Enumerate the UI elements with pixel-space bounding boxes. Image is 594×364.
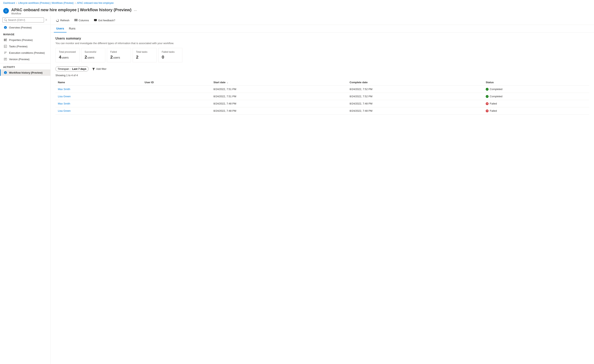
page-header: i APAC onboard new hire employee | Workf… bbox=[0, 6, 594, 16]
user-name-link[interactable]: Max Smith bbox=[58, 102, 70, 105]
cell-user-id bbox=[142, 93, 211, 100]
user-name-link[interactable]: Lisa Green bbox=[58, 109, 71, 112]
add-filter-label: Add filter bbox=[96, 67, 107, 70]
version-icon bbox=[4, 58, 7, 61]
main-content-area: Refresh Columns Got feedback? Users Runs bbox=[51, 16, 594, 364]
sidebar-item-execution[interactable]: Execution conditions (Preview) bbox=[0, 50, 50, 56]
card-failed-value: 2users bbox=[110, 55, 128, 60]
card-total-processed: Total processed 4users bbox=[55, 48, 80, 62]
cell-status: Failed bbox=[483, 107, 589, 115]
header-more-button[interactable]: ··· bbox=[134, 8, 137, 13]
columns-label: Columns bbox=[79, 19, 89, 22]
section-description: You can monitor and investigate the diff… bbox=[55, 42, 589, 45]
refresh-icon bbox=[56, 19, 59, 22]
feedback-button[interactable]: Got feedback? bbox=[92, 17, 117, 23]
sidebar-item-workflow-history[interactable]: Workflow history (Preview) bbox=[0, 69, 50, 76]
completed-icon bbox=[486, 95, 489, 98]
columns-button[interactable]: Columns bbox=[72, 17, 91, 23]
tab-runs[interactable]: Runs bbox=[67, 25, 78, 32]
breadcrumb: Dashboard › Lifecycle workflows (Preview… bbox=[0, 0, 594, 6]
filter-icon bbox=[92, 68, 95, 70]
sidebar-item-properties-label: Properties (Preview) bbox=[9, 39, 33, 41]
feedback-icon bbox=[94, 19, 97, 22]
cell-complete-date: 8/24/2022, 7:52 PM bbox=[347, 86, 483, 93]
execution-icon bbox=[4, 51, 7, 54]
refresh-button[interactable]: Refresh bbox=[54, 17, 72, 23]
card-failed-tasks: Failed tasks 0 bbox=[158, 48, 182, 62]
info-icon bbox=[4, 26, 7, 29]
tabs: Users Runs bbox=[51, 25, 594, 32]
card-failed-tasks-title: Failed tasks bbox=[162, 51, 179, 53]
timespan-filter-button[interactable]: Timespan : Last 7 days bbox=[55, 66, 88, 72]
sidebar: Overview (Preview) Manage Properties (Pr… bbox=[0, 16, 51, 364]
sidebar-item-properties[interactable]: Properties (Preview) bbox=[0, 37, 50, 43]
completed-icon bbox=[486, 88, 489, 91]
breadcrumb-lifecycle[interactable]: Lifecycle workflows (Preview) | Workflow… bbox=[18, 2, 74, 4]
svg-rect-1 bbox=[4, 39, 5, 41]
cell-complete-date: 8/24/2022, 7:52 PM bbox=[347, 93, 483, 100]
user-name-link[interactable]: Lisa Green bbox=[58, 95, 71, 98]
cell-user-id bbox=[142, 107, 211, 115]
cell-name: Max Smith bbox=[55, 86, 142, 93]
properties-icon bbox=[4, 38, 7, 41]
sidebar-item-overview[interactable]: Overview (Preview) bbox=[0, 24, 50, 31]
cell-name: Lisa Green bbox=[55, 107, 142, 115]
sidebar-item-tasks-label: Tasks (Preview) bbox=[9, 45, 27, 48]
timespan-value: Last 7 days bbox=[72, 67, 86, 70]
card-successful-value: 2users bbox=[85, 55, 102, 60]
columns-icon bbox=[74, 19, 78, 22]
feedback-label: Got feedback? bbox=[98, 19, 115, 22]
search-icon bbox=[4, 19, 7, 21]
svg-rect-5 bbox=[6, 41, 7, 41]
breadcrumb-sep-2: › bbox=[75, 2, 75, 4]
collapse-sidebar-button[interactable] bbox=[45, 18, 48, 22]
status-label: Completed bbox=[490, 88, 502, 91]
user-name-link[interactable]: Max Smith bbox=[58, 88, 70, 91]
svg-rect-4 bbox=[6, 40, 7, 40]
card-total-processed-title: Total processed bbox=[59, 51, 76, 53]
sidebar-item-version-label: Version (Preview) bbox=[9, 58, 29, 61]
sidebar-item-execution-label: Execution conditions (Preview) bbox=[9, 51, 45, 54]
cell-start-date: 8/24/2022, 7:51 PM bbox=[211, 93, 347, 100]
status-label: Failed bbox=[490, 102, 497, 105]
col-status[interactable]: Status bbox=[483, 79, 589, 86]
svg-rect-2 bbox=[5, 39, 6, 41]
card-failed-title: Failed bbox=[110, 51, 128, 53]
sidebar-item-history-label: Workflow history (Preview) bbox=[9, 71, 43, 74]
table-row: Lisa Green8/24/2022, 7:51 PM8/24/2022, 7… bbox=[55, 93, 589, 100]
filters-row: Timespan : Last 7 days Add filter bbox=[55, 66, 589, 72]
cell-complete-date: 8/24/2022, 7:48 PM bbox=[347, 100, 483, 107]
col-complete-date[interactable]: Complete date bbox=[347, 79, 483, 86]
card-failed-tasks-value: 0 bbox=[162, 55, 179, 60]
activity-section-title: Activity bbox=[0, 63, 50, 69]
toolbar: Refresh Columns Got feedback? bbox=[51, 16, 594, 25]
tasks-icon bbox=[4, 45, 7, 48]
table-row: Lisa Green8/24/2022, 7:48 PM8/24/2022, 7… bbox=[55, 107, 589, 115]
svg-rect-3 bbox=[6, 39, 7, 39]
card-successful: Successful 2users bbox=[81, 48, 105, 62]
col-user-id[interactable]: User ID bbox=[142, 79, 211, 86]
sidebar-item-version[interactable]: Version (Preview) bbox=[0, 56, 50, 62]
manage-section-title: Manage bbox=[0, 31, 50, 37]
refresh-label: Refresh bbox=[60, 19, 69, 22]
col-start-date[interactable]: Start date ↓ bbox=[211, 79, 347, 86]
cell-user-id bbox=[142, 100, 211, 107]
card-failed: Failed 2users bbox=[107, 48, 131, 62]
breadcrumb-apac[interactable]: APAC onboard new hire employee bbox=[77, 2, 114, 4]
table-row: Max Smith8/24/2022, 7:48 PM8/24/2022, 7:… bbox=[55, 100, 589, 107]
search-input[interactable] bbox=[8, 19, 42, 21]
header-icon: i bbox=[3, 8, 9, 14]
card-total-tasks-value: 2 bbox=[136, 55, 153, 60]
card-total-tasks: Total tasks 2 bbox=[133, 48, 157, 62]
cell-complete-date: 8/24/2022, 7:48 PM bbox=[347, 107, 483, 115]
cell-status: Completed bbox=[483, 93, 589, 100]
tab-users[interactable]: Users bbox=[54, 25, 67, 32]
cell-status: Failed bbox=[483, 100, 589, 107]
sidebar-item-tasks[interactable]: Tasks (Preview) bbox=[0, 43, 50, 50]
cell-name: Lisa Green bbox=[55, 93, 142, 100]
sort-indicator: ↓ bbox=[227, 81, 228, 84]
col-name[interactable]: Name bbox=[55, 79, 142, 86]
add-filter-button[interactable]: Add filter bbox=[90, 67, 108, 71]
breadcrumb-dashboard[interactable]: Dashboard bbox=[3, 2, 15, 4]
cell-user-id bbox=[142, 86, 211, 93]
